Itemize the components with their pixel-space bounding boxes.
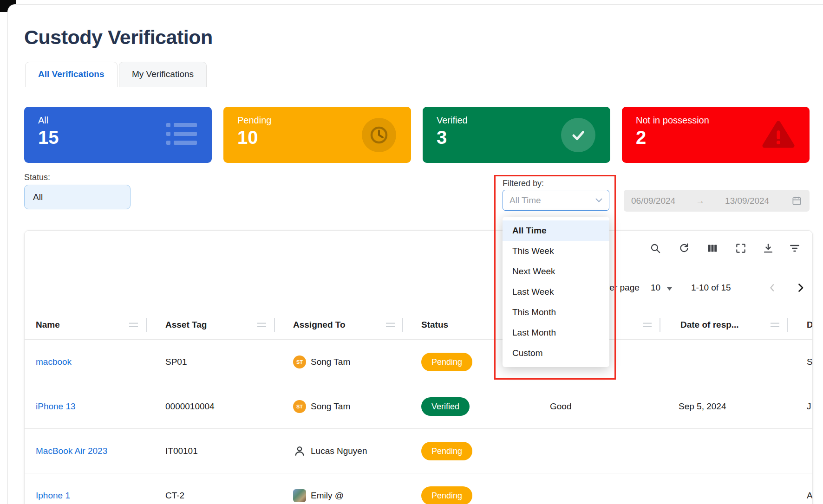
assignee-name: Emily @: [311, 491, 344, 501]
asset-tag-cell: SP01: [165, 357, 187, 367]
rows-per-page-select[interactable]: 10: [651, 279, 672, 297]
date-of-resp-cell: Sep 5, 2024: [679, 401, 726, 412]
columns-icon: [706, 242, 718, 256]
arrow-dropdown-icon: [667, 287, 672, 291]
stat-card-not-in-possession[interactable]: Not in possession 2: [622, 107, 810, 163]
menu-item-last-month[interactable]: Last Month: [503, 323, 609, 343]
status-select[interactable]: All: [24, 185, 131, 209]
status-select-value: All: [33, 192, 43, 202]
assignee-name: Lucas Nguyen: [311, 446, 367, 456]
table-row[interactable]: Iphone 1 CT-2 Emily @ Pending A: [25, 473, 813, 504]
assigned-to-cell: Emily @: [293, 489, 344, 502]
column-header-asset-tag[interactable]: Asset Tag: [165, 320, 207, 330]
status-cell: Pending: [421, 486, 472, 504]
asset-name-link[interactable]: macbook: [36, 357, 72, 367]
menu-item-this-week[interactable]: This Week: [503, 241, 609, 261]
chevron-right-icon: [795, 282, 806, 293]
stat-value: 15: [38, 127, 59, 148]
tab-my-verifications[interactable]: My Verifications: [119, 62, 207, 87]
stat-card-pending[interactable]: Pending 10: [223, 107, 411, 163]
table-header-row: Name Asset Tag Assigned To Status Date o…: [25, 310, 813, 339]
stat-label: Not in possession: [636, 115, 709, 126]
status-cell: Pending: [421, 442, 472, 460]
menu-item-all-time[interactable]: All Time: [503, 220, 609, 241]
menu-item-custom[interactable]: Custom: [503, 343, 609, 363]
rows-per-page-value: 10: [651, 283, 660, 292]
search-button[interactable]: [649, 243, 662, 256]
column-resize-handle[interactable]: [257, 323, 266, 327]
stat-card-all[interactable]: All 15: [24, 107, 212, 163]
assigned-to-cell: ST Song Tam: [293, 400, 350, 413]
status-badge: Verified: [421, 397, 470, 416]
status-badge: Pending: [421, 486, 472, 504]
column-header-assigned-to[interactable]: Assigned To: [293, 320, 346, 330]
list-icon: [166, 122, 197, 148]
stat-card-verified[interactable]: Verified 3: [423, 107, 610, 163]
column-header-name[interactable]: Name: [36, 320, 60, 330]
clipped-cell: A: [807, 491, 813, 501]
prev-page-button[interactable]: [766, 281, 779, 294]
status-badge: Pending: [421, 353, 472, 371]
download-button[interactable]: [762, 243, 775, 256]
columns-button[interactable]: [706, 243, 719, 256]
column-header-status[interactable]: Status: [421, 320, 448, 330]
pagination-bar: Rows per page 10 1-10 of 15: [25, 279, 813, 297]
filtered-by-dropdown-menu: All Time This Week Next Week Last Week T…: [503, 217, 609, 367]
menu-item-last-week[interactable]: Last Week: [503, 282, 609, 302]
stat-cards: All 15 Pending 10 Verified 3: [24, 107, 810, 163]
asset-name-link[interactable]: MacBook Air 2023: [36, 446, 107, 456]
filtered-by-select[interactable]: All Time: [503, 190, 609, 211]
check-circle-icon: [561, 118, 595, 152]
warning-icon: [762, 119, 795, 151]
assignee-name: Song Tam: [311, 401, 350, 412]
stat-label: Verified: [437, 115, 468, 126]
status-badge: Pending: [421, 442, 472, 460]
avatar-initials: ST: [293, 400, 306, 413]
column-divider: [146, 318, 147, 332]
filter-button[interactable]: [788, 243, 801, 256]
asset-name-link[interactable]: Iphone 1: [36, 491, 70, 501]
table-row[interactable]: iPhone 13 0000010004 ST Song Tam Verifie…: [25, 384, 813, 428]
asset-name-link[interactable]: iPhone 13: [36, 401, 76, 412]
date-from: 06/09/2024: [631, 196, 675, 206]
stat-value: 10: [237, 127, 258, 148]
asset-tag-cell: CT-2: [165, 491, 184, 501]
clipped-column-header[interactable]: D: [807, 320, 813, 330]
next-page-button[interactable]: [794, 281, 807, 294]
filter-icon: [789, 242, 801, 256]
avatar-initials: ST: [293, 355, 306, 368]
person-icon: [293, 445, 306, 458]
refresh-button[interactable]: [678, 243, 691, 256]
menu-item-next-week[interactable]: Next Week: [503, 261, 609, 282]
fullscreen-button[interactable]: [734, 243, 747, 256]
date-range-input[interactable]: 06/09/2024 → 13/09/2024: [624, 190, 810, 212]
assigned-to-cell: ST Song Tam: [293, 355, 350, 368]
menu-item-this-month[interactable]: This Month: [503, 302, 609, 323]
column-resize-handle[interactable]: [771, 323, 779, 327]
screen: Custody Verification All Verifications M…: [0, 0, 823, 504]
column-resize-handle[interactable]: [643, 323, 652, 327]
tab-all-verifications[interactable]: All Verifications: [25, 62, 118, 87]
stat-label: Pending: [237, 115, 271, 126]
column-divider: [402, 318, 403, 332]
status-cell: Verified: [421, 397, 470, 416]
table-row[interactable]: macbook SP01 ST Song Tam Pending S: [25, 339, 813, 384]
condition-cell: Good: [550, 401, 571, 412]
chevron-left-icon: [767, 282, 778, 293]
column-resize-handle[interactable]: [129, 323, 138, 327]
clock-icon: [362, 118, 396, 152]
column-header-date-of-resp[interactable]: Date of resp...: [680, 320, 739, 330]
pagination-range: 1-10 of 15: [691, 279, 731, 297]
page-title: Custody Verification: [24, 26, 213, 49]
table-row[interactable]: MacBook Air 2023 IT00101 Lucas Nguyen Pe…: [25, 428, 813, 473]
clipped-cell: J: [807, 401, 811, 412]
assigned-to-cell: Lucas Nguyen: [293, 445, 367, 458]
fullscreen-icon: [735, 242, 747, 256]
avatar-photo: [293, 489, 306, 502]
clipped-cell: S: [807, 357, 813, 367]
date-to: 13/09/2024: [725, 196, 769, 206]
column-resize-handle[interactable]: [386, 323, 395, 327]
column-divider: [660, 318, 660, 332]
asset-tag-cell: IT00101: [165, 446, 198, 456]
filtered-by-value: All Time: [509, 195, 541, 206]
